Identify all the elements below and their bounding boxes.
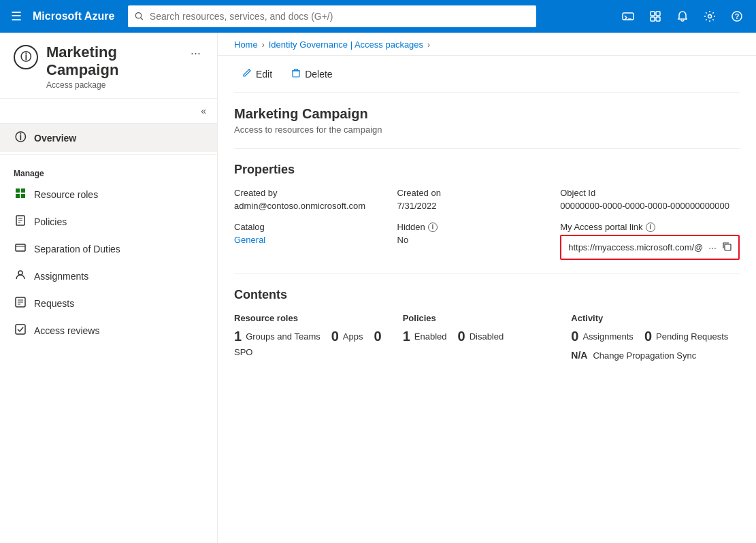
catalog-value[interactable]: General — [234, 235, 381, 245]
pending-requests-label: Pending Requests — [656, 331, 728, 342]
portal-link-copy-button[interactable] — [722, 242, 732, 253]
collapse-button[interactable]: « — [195, 103, 212, 119]
contents-resource-roles: Resource roles 1 Groups and Teams 0 Apps… — [234, 313, 403, 361]
enabled-label: Enabled — [414, 331, 447, 342]
svg-line-1 — [141, 18, 143, 20]
topbar: ☰ Microsoft Azure ? — [0, 0, 756, 33]
sidebar-item-resource-roles[interactable]: Resource roles — [0, 181, 217, 208]
prop-catalog: Catalog General — [234, 222, 381, 260]
change-propagation-value: N/A — [571, 350, 587, 361]
svg-point-8 — [708, 15, 712, 18]
app-title: Microsoft Azure — [33, 10, 114, 22]
breadcrumb: Home › Identity Governance | Access pack… — [218, 33, 756, 56]
object-id-label: Object Id — [560, 188, 740, 198]
sidebar-item-assignments-label: Assignments — [34, 271, 88, 282]
svg-rect-11 — [16, 188, 20, 193]
search-bar[interactable] — [128, 5, 536, 27]
edit-button[interactable]: Edit — [234, 64, 280, 84]
breadcrumb-home[interactable]: Home — [234, 39, 258, 50]
pending-requests-count: 0 — [644, 329, 652, 344]
activity-items: 0 Assignments 0 Pending Requests — [571, 329, 740, 344]
sidebar-item-access-reviews-label: Access reviews — [34, 325, 99, 336]
delete-button[interactable]: Delete — [283, 64, 340, 84]
svg-rect-12 — [21, 188, 25, 193]
apps-count: 0 — [331, 329, 339, 344]
assignments-activity-count: 0 — [571, 329, 578, 344]
collapse-bar: « — [0, 99, 217, 124]
prop-object-id: Object Id 00000000-0000-0000-0000-000000… — [560, 188, 740, 211]
hidden-info-icon[interactable]: i — [428, 223, 438, 232]
manage-section-label: Manage — [0, 158, 217, 181]
svg-rect-26 — [16, 325, 25, 334]
sidebar-item-access-reviews[interactable]: Access reviews — [0, 317, 217, 344]
more-options-button[interactable]: ··· — [188, 44, 203, 63]
section-title: Marketing Campaign — [234, 106, 740, 122]
sidebar-item-separation-label: Separation of Duties — [34, 244, 120, 254]
sidebar-item-policies[interactable]: Policies — [0, 208, 217, 235]
disabled-count: 0 — [458, 329, 465, 344]
svg-rect-19 — [16, 244, 25, 251]
hamburger-menu-icon[interactable]: ☰ — [8, 6, 24, 27]
resource-roles-icon — [14, 188, 27, 201]
page-header-text: Marketing Campaign Access package — [46, 44, 180, 90]
breadcrumb-parent[interactable]: Identity Governance | Access packages — [269, 39, 423, 50]
portal-icon[interactable] — [644, 5, 666, 27]
sidebar-item-overview-label: Overview — [34, 133, 76, 144]
created-on-label: Created on — [397, 188, 544, 198]
notification-icon[interactable] — [672, 5, 693, 27]
svg-point-21 — [18, 271, 22, 275]
hidden-value: No — [397, 235, 544, 245]
object-id-value: 00000000-0000-0000-0000-000000000000 — [560, 201, 740, 211]
settings-icon[interactable] — [699, 5, 721, 27]
sidebar-item-resource-roles-label: Resource roles — [34, 189, 98, 200]
svg-rect-27 — [293, 71, 299, 77]
resource-roles-items: 1 Groups and Teams 0 Apps 0 SPO — [234, 329, 403, 357]
portal-link-ellipsis-button[interactable]: ··· — [708, 242, 717, 253]
created-by-value: admin@contoso.onmicrosoft.com — [234, 201, 381, 211]
sidebar-item-assignments[interactable]: Assignments — [0, 263, 217, 290]
contents-grid: Resource roles 1 Groups and Teams 0 Apps… — [234, 313, 740, 361]
properties-grid: Created by admin@contoso.onmicrosoft.com… — [234, 188, 740, 260]
apps-label: Apps — [343, 331, 363, 342]
sidebar-item-separation[interactable]: Separation of Duties — [0, 235, 217, 263]
change-propagation-row: N/A Change Propagation Sync — [571, 350, 740, 361]
portal-link-text: https://myaccess.microsoft.com/@ — [568, 242, 703, 252]
sidebar-item-overview[interactable]: ⓘ Overview — [0, 124, 217, 152]
access-reviews-icon — [14, 324, 27, 338]
prop-hidden: Hidden i No — [397, 222, 544, 260]
policies-items: 1 Enabled 0 Disabled — [403, 329, 572, 344]
groups-count: 1 — [234, 329, 242, 344]
toolbar: Edit Delete — [234, 56, 740, 93]
svg-rect-13 — [16, 194, 20, 198]
spo-count: 0 — [374, 329, 382, 344]
requests-icon — [14, 297, 27, 310]
topbar-icons: ? — [617, 5, 748, 27]
created-on-value: 7/31/2022 — [397, 201, 544, 211]
content-area: Home › Identity Governance | Access pack… — [218, 33, 756, 543]
page-header: ⓘ Marketing Campaign Access package ··· — [0, 33, 217, 99]
help-icon[interactable]: ? — [726, 5, 748, 27]
svg-rect-7 — [656, 17, 660, 21]
properties-title: Properties — [234, 163, 740, 177]
sidebar: ⓘ Marketing Campaign Access package ··· … — [0, 33, 218, 543]
svg-rect-32 — [725, 244, 731, 250]
portal-link-label: My Access portal link i — [560, 222, 740, 232]
catalog-label: Catalog — [234, 222, 381, 232]
cloud-shell-icon[interactable] — [617, 5, 639, 27]
prop-created-on: Created on 7/31/2022 — [397, 188, 544, 211]
svg-rect-14 — [21, 194, 25, 198]
portal-link-info-icon[interactable]: i — [646, 223, 655, 232]
assignments-icon — [14, 269, 27, 283]
page-title: Marketing Campaign — [46, 44, 180, 79]
page-subtitle: Access package — [46, 80, 180, 90]
divider-1 — [234, 148, 740, 149]
assignments-activity-label: Assignments — [582, 331, 633, 342]
sidebar-item-requests[interactable]: Requests — [0, 290, 217, 317]
delete-icon — [291, 68, 301, 80]
enabled-count: 1 — [403, 329, 410, 344]
svg-text:?: ? — [735, 12, 740, 20]
svg-rect-6 — [651, 17, 655, 21]
search-input[interactable] — [150, 11, 530, 22]
contents-policies: Policies 1 Enabled 0 Disabled — [403, 313, 572, 361]
sidebar-item-policies-label: Policies — [34, 216, 67, 227]
